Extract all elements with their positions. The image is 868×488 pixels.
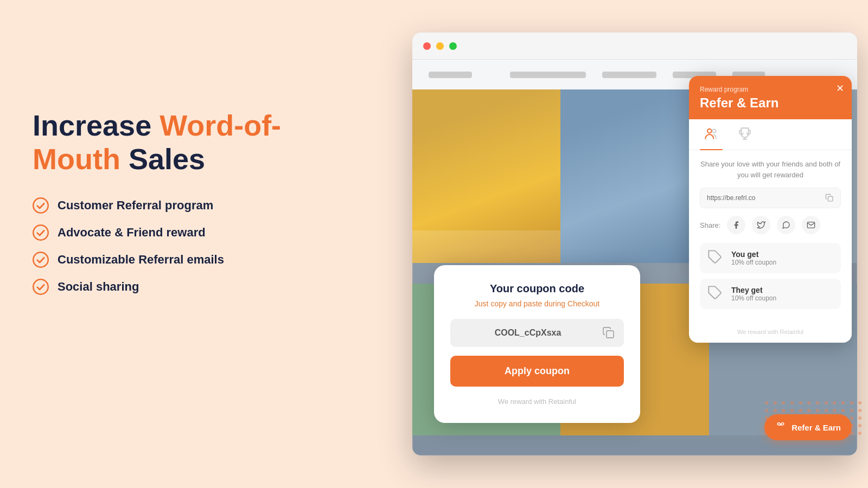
svg-point-0 [33, 198, 48, 213]
reward-title: Refer & Earn [700, 95, 841, 111]
coupon-footer: We reward with Retainful [450, 397, 624, 406]
svg-point-3 [33, 279, 48, 294]
coupon-subtitle: Just copy and paste during Checkout [450, 299, 624, 308]
reward-header: Reward program Refer & Earn ✕ [689, 76, 852, 119]
dot [790, 409, 794, 412]
dot [858, 409, 861, 412]
svg-rect-7 [828, 196, 833, 201]
tab-referral[interactable] [700, 119, 723, 150]
dot [825, 409, 828, 412]
feature-item-4: Social sharing [33, 279, 282, 295]
dot [850, 416, 853, 420]
reward-body: Share your love with your friends and bo… [689, 150, 852, 323]
dot [807, 401, 810, 404]
dot [765, 401, 768, 404]
email-icon[interactable] [802, 216, 820, 234]
svg-point-6 [712, 129, 716, 133]
they-get-title: They get [731, 286, 776, 294]
check-icon-4 [33, 279, 49, 295]
dot [850, 409, 853, 412]
nav-item-2 [602, 72, 656, 78]
reward-program-label: Reward program [700, 86, 841, 93]
dot [799, 409, 802, 412]
dot [799, 401, 802, 404]
product-image-2 [560, 89, 709, 263]
they-get-benefit: They get 10% off coupon [700, 279, 841, 309]
dot [774, 409, 777, 412]
browser-dot-yellow[interactable] [436, 42, 444, 50]
dot [858, 432, 861, 435]
dot [833, 409, 836, 412]
you-get-icon [707, 249, 725, 267]
reward-share-row: Share: [700, 216, 841, 234]
svg-point-1 [33, 225, 48, 240]
they-get-text: They get 10% off coupon [731, 286, 776, 302]
dot [825, 401, 828, 404]
twitter-icon[interactable] [752, 216, 770, 234]
you-get-desc: 10% off coupon [731, 259, 776, 266]
dot [816, 401, 819, 404]
you-get-benefit: You get 10% off coupon [700, 243, 841, 273]
dot [841, 401, 845, 404]
coupon-popup: Your coupon code Just copy and paste dur… [434, 265, 640, 423]
reward-panel: Reward program Refer & Earn ✕ [689, 76, 852, 343]
coupon-title: Your coupon code [450, 282, 624, 295]
feature-list: Customer Referral program Advocate & Fri… [33, 197, 282, 295]
check-icon-2 [33, 224, 49, 241]
check-icon-1 [33, 197, 49, 214]
tab-rewards[interactable] [733, 119, 756, 150]
check-icon-3 [33, 252, 49, 268]
close-icon[interactable]: ✕ [836, 84, 844, 93]
dot [774, 401, 777, 404]
dot [850, 401, 853, 404]
svg-rect-4 [607, 331, 614, 338]
gift-icon [775, 422, 786, 433]
whatsapp-icon[interactable] [777, 216, 795, 234]
heading-increase: Increase [33, 109, 151, 142]
svg-point-2 [33, 252, 48, 267]
dot [765, 409, 768, 412]
dot [858, 424, 861, 427]
dot [790, 401, 794, 404]
dot [816, 409, 819, 412]
apply-coupon-button[interactable]: Apply coupon [450, 356, 624, 387]
coupon-code: COOL_cCpXsxa [459, 328, 597, 338]
nav-item-1 [510, 72, 586, 78]
dot [833, 401, 836, 404]
they-get-icon [707, 285, 725, 303]
svg-point-5 [707, 129, 712, 133]
share-label: Share: [700, 221, 720, 229]
main-heading: Increase Word-of-Mouth Sales [33, 108, 282, 176]
heading-sales: Sales [129, 143, 205, 175]
dot [782, 409, 785, 412]
browser-dot-green[interactable] [449, 42, 457, 50]
dot [807, 409, 810, 412]
left-panel: Increase Word-of-Mouth Sales Customer Re… [33, 108, 282, 295]
users-icon [704, 130, 718, 144]
url-copy-icon[interactable] [825, 194, 834, 202]
dot [782, 401, 785, 404]
dot [841, 409, 845, 412]
you-get-text: You get 10% off coupon [731, 250, 776, 266]
coupon-copy-icon[interactable] [602, 326, 615, 339]
reward-share-text: Share your love with your friends and bo… [700, 159, 841, 180]
refer-earn-label: Refer & Earn [792, 423, 841, 432]
feature-item-2: Advocate & Friend reward [33, 224, 282, 241]
reward-footer: We reward with Retainful [689, 323, 852, 343]
dot [858, 416, 861, 420]
facebook-icon[interactable] [727, 216, 745, 234]
nav-logo [429, 72, 472, 78]
browser-dot-red[interactable] [423, 42, 431, 50]
feature-item-1: Customer Referral program [33, 197, 282, 214]
reward-url: https://be.refrl.co [707, 194, 821, 202]
refer-earn-button[interactable]: Refer & Earn [764, 414, 852, 440]
you-get-title: You get [731, 250, 776, 259]
product-image-1 [412, 89, 560, 263]
dot [858, 401, 861, 404]
feature-item-3: Customizable Referral emails [33, 252, 282, 268]
browser-toolbar [412, 33, 857, 60]
coupon-code-row: COOL_cCpXsxa [450, 319, 624, 347]
trophy-icon [738, 130, 752, 144]
reward-tabs [689, 119, 852, 150]
browser-window: .00 Your coupon code Just copy and paste… [412, 33, 857, 455]
